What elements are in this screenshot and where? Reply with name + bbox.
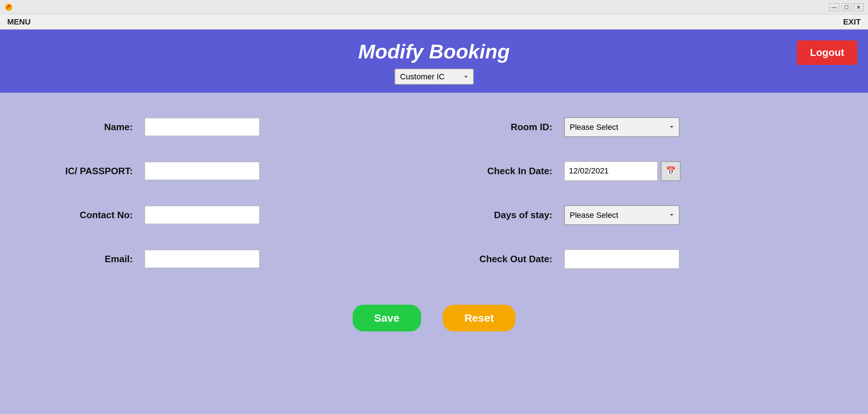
main-content: Name: IC/ PASSPORT: Contact No: Email: R… — [0, 93, 868, 414]
days-label: Days of stay: — [449, 210, 564, 221]
header-banner: Modify Booking Logout Customer IC Passpo… — [0, 30, 868, 93]
days-dropdown[interactable]: Please Select — [564, 205, 680, 225]
customer-ic-dropdown[interactable]: Customer IC Passport — [394, 69, 474, 85]
name-row: Name: — [29, 114, 420, 140]
checkin-date-wrapper: 📅 — [564, 161, 681, 181]
app-icon — [4, 3, 13, 12]
contact-row: Contact No: — [29, 202, 420, 228]
svg-point-0 — [5, 4, 12, 11]
window-controls: — ☐ ✕ — [829, 3, 864, 11]
close-button[interactable]: ✕ — [854, 3, 864, 11]
exit-item[interactable]: EXIT — [843, 17, 861, 27]
minimize-button[interactable]: — — [829, 3, 839, 11]
calendar-button[interactable]: 📅 — [661, 161, 681, 181]
checkin-date-input[interactable] — [564, 161, 658, 181]
customer-ic-wrapper: Customer IC Passport — [394, 69, 474, 85]
name-label: Name: — [29, 122, 144, 133]
email-input[interactable] — [144, 250, 260, 268]
maximize-button[interactable]: ☐ — [841, 3, 851, 11]
ic-passport-input[interactable] — [144, 162, 260, 180]
checkin-row: Check In Date: 📅 — [449, 158, 839, 184]
room-id-row: Room ID: Please Select — [449, 114, 839, 140]
buttons-row: Save Reset — [29, 305, 839, 331]
days-row: Days of stay: Please Select — [449, 202, 839, 228]
email-label: Email: — [29, 254, 144, 265]
form-grid: Name: IC/ PASSPORT: Contact No: Email: R… — [29, 114, 839, 290]
room-id-label: Room ID: — [449, 122, 564, 133]
logout-button[interactable]: Logout — [797, 40, 857, 65]
left-col: Name: IC/ PASSPORT: Contact No: Email: — [29, 114, 420, 290]
ic-passport-label: IC/ PASSPORT: — [29, 166, 144, 177]
menu-bar: MENU EXIT — [0, 14, 868, 30]
contact-input[interactable] — [144, 206, 260, 224]
contact-label: Contact No: — [29, 210, 144, 221]
menu-item[interactable]: MENU — [7, 17, 31, 27]
save-button[interactable]: Save — [353, 305, 421, 331]
checkin-label: Check In Date: — [449, 166, 564, 177]
title-bar: — ☐ ✕ — [0, 0, 868, 14]
name-input[interactable] — [144, 118, 260, 136]
right-col: Room ID: Please Select Check In Date: 📅 … — [449, 114, 839, 290]
reset-button[interactable]: Reset — [443, 305, 516, 331]
svg-point-1 — [9, 5, 10, 6]
checkout-date-input[interactable] — [564, 249, 680, 269]
checkout-label: Check Out Date: — [449, 254, 564, 265]
page-title: Modify Booking — [358, 40, 510, 63]
ic-passport-row: IC/ PASSPORT: — [29, 158, 420, 184]
room-id-dropdown[interactable]: Please Select — [564, 117, 680, 137]
checkout-row: Check Out Date: — [449, 246, 839, 272]
title-bar-left — [4, 3, 13, 12]
calendar-icon: 📅 — [666, 166, 676, 176]
email-row: Email: — [29, 246, 420, 272]
